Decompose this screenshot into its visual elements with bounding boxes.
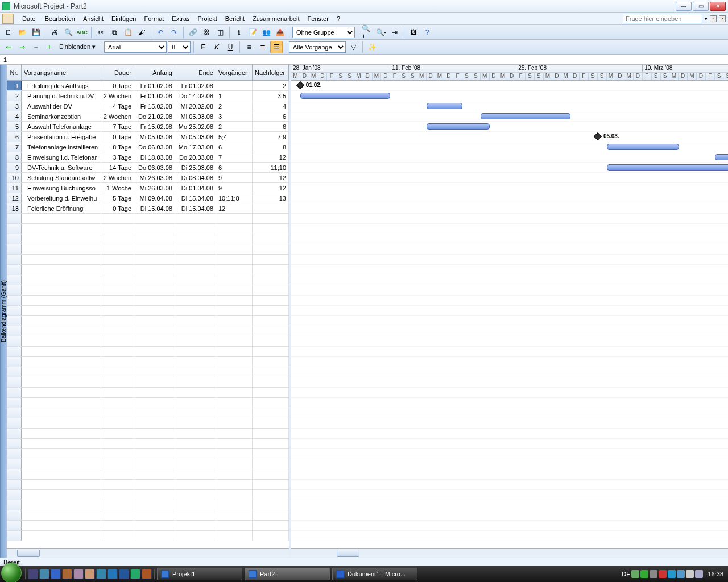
table-row[interactable] bbox=[7, 377, 289, 388]
group-select[interactable]: Ohne Gruppe bbox=[292, 27, 355, 38]
close-button[interactable]: ✕ bbox=[710, 2, 726, 11]
font-size-select[interactable]: 8 bbox=[168, 41, 191, 53]
view-tab-gantt[interactable]: Balkendiagramm (Gantt) bbox=[0, 65, 7, 558]
table-row[interactable] bbox=[7, 490, 289, 500]
link-icon[interactable]: 🔗 bbox=[187, 26, 199, 39]
table-row[interactable]: 9DV-Technik u. Software14 TageDo 06.03.0… bbox=[7, 163, 289, 173]
table-row[interactable] bbox=[7, 408, 289, 418]
clock[interactable]: 16:38 bbox=[708, 571, 723, 577]
gantt-bar[interactable] bbox=[607, 144, 679, 150]
table-row[interactable] bbox=[7, 234, 289, 244]
gantt-bar[interactable] bbox=[427, 103, 462, 109]
col-start[interactable]: Anfang bbox=[134, 65, 175, 80]
table-row[interactable]: 4Seminarkonzeption2 WochenDo 21.02.08Mi … bbox=[7, 111, 289, 122]
table-row[interactable]: 5Auswahl Telefonanlage7 TageFr 15.02.08M… bbox=[7, 122, 289, 132]
info-icon[interactable]: ℹ bbox=[233, 26, 245, 39]
table-row[interactable] bbox=[7, 469, 289, 480]
print-icon[interactable]: 🖨 bbox=[48, 26, 61, 39]
split-icon[interactable]: ◫ bbox=[214, 26, 226, 39]
col-end[interactable]: Ende bbox=[175, 65, 216, 80]
table-row[interactable] bbox=[7, 439, 289, 449]
publish-icon[interactable]: 📤 bbox=[274, 26, 286, 39]
table-row[interactable] bbox=[7, 265, 289, 275]
restore-down-button[interactable]: ▫ bbox=[710, 15, 717, 22]
assign-icon[interactable]: 👥 bbox=[260, 26, 272, 39]
volume-icon[interactable] bbox=[695, 570, 703, 578]
start-orb-icon[interactable] bbox=[1, 563, 22, 582]
autofilter-icon[interactable]: ▽ bbox=[347, 41, 359, 53]
table-row[interactable] bbox=[7, 296, 289, 306]
save-icon[interactable]: 💾 bbox=[30, 26, 42, 39]
table-row[interactable] bbox=[7, 224, 289, 234]
table-row[interactable] bbox=[7, 449, 289, 459]
menu-zusammenarbeit[interactable]: Zusammenarbeit bbox=[249, 14, 304, 23]
ql-icon[interactable] bbox=[119, 569, 129, 579]
language-indicator[interactable]: DE bbox=[622, 571, 630, 577]
table-row[interactable]: 2Planung d.Technik u.DV2 WochenFr 01.02.… bbox=[7, 91, 289, 101]
ql-icon[interactable] bbox=[107, 569, 118, 579]
taskbar-button[interactable]: Dokument1 - Micro... bbox=[332, 568, 417, 580]
menu-extras[interactable]: Extras bbox=[168, 14, 193, 23]
file-menu-icon[interactable] bbox=[2, 14, 14, 24]
tray-icon[interactable] bbox=[650, 570, 657, 578]
col-nr[interactable]: Nr. bbox=[7, 65, 22, 80]
menu-format[interactable]: Format bbox=[140, 14, 168, 23]
gantt-bar[interactable] bbox=[715, 154, 728, 160]
gantt-bar[interactable] bbox=[300, 93, 391, 99]
notes-icon[interactable]: 📝 bbox=[246, 26, 259, 39]
table-row[interactable] bbox=[7, 214, 289, 224]
tray-icon[interactable] bbox=[631, 570, 639, 578]
underline-icon[interactable]: U bbox=[224, 41, 237, 53]
table-row[interactable]: 13Feierliche Eröffnung0 TageDi 15.04.08D… bbox=[7, 203, 289, 214]
redo-icon[interactable]: ↷ bbox=[168, 26, 180, 39]
table-row[interactable] bbox=[7, 459, 289, 469]
tray-icon[interactable] bbox=[677, 570, 685, 578]
menu-fenster[interactable]: Fenster bbox=[304, 14, 333, 23]
menu-bericht[interactable]: Bericht bbox=[221, 14, 249, 23]
ql-icon[interactable] bbox=[39, 569, 49, 579]
outdent-icon[interactable]: − bbox=[30, 41, 42, 53]
gantt-bar[interactable] bbox=[481, 113, 571, 119]
ql-icon[interactable] bbox=[85, 569, 95, 579]
table-row[interactable] bbox=[7, 275, 289, 285]
gantt-hscrollbar[interactable] bbox=[291, 548, 728, 558]
open-icon[interactable]: 📂 bbox=[16, 26, 28, 39]
menu-projekt[interactable]: Projekt bbox=[194, 14, 221, 23]
paste-icon[interactable]: 📋 bbox=[122, 26, 134, 39]
indent-icon[interactable]: + bbox=[43, 41, 56, 53]
wizard-icon[interactable]: ✨ bbox=[366, 41, 378, 53]
menu-?[interactable]: ? bbox=[333, 14, 344, 23]
table-row[interactable]: 1Erteilung des Auftrags0 TageFr 01.02.08… bbox=[7, 81, 289, 91]
table-row[interactable]: 6Präsentation u. Freigabe0 TageMi 05.03.… bbox=[7, 132, 289, 142]
cell-content[interactable]: 1 bbox=[0, 55, 85, 64]
tray-icon[interactable] bbox=[659, 570, 667, 578]
table-row[interactable] bbox=[7, 521, 289, 531]
ql-icon[interactable] bbox=[62, 569, 72, 579]
spellcheck-icon[interactable]: ABC bbox=[76, 26, 88, 39]
table-row[interactable] bbox=[7, 388, 289, 398]
col-pred[interactable]: Vorgänger bbox=[216, 65, 253, 80]
minimize-button[interactable]: — bbox=[676, 2, 692, 11]
cut-icon[interactable]: ✂ bbox=[94, 26, 107, 39]
col-dur[interactable]: Dauer bbox=[101, 65, 134, 80]
italic-icon[interactable]: K bbox=[210, 41, 223, 53]
table-row[interactable] bbox=[7, 531, 289, 541]
table-row[interactable] bbox=[7, 244, 289, 255]
filter-select[interactable]: Alle Vorgänge bbox=[289, 41, 346, 53]
taskbar-button[interactable]: Part2 bbox=[245, 568, 330, 580]
table-row[interactable]: 3Auswahl der DV4 TageFr 15.02.08Mi 20.02… bbox=[7, 101, 289, 111]
align-left-icon[interactable]: ≡ bbox=[243, 41, 255, 53]
ql-icon[interactable] bbox=[28, 569, 38, 579]
milestone-icon[interactable] bbox=[296, 81, 304, 89]
milestone-icon[interactable] bbox=[594, 132, 602, 140]
nav-fwd-icon[interactable]: ⇒ bbox=[16, 41, 28, 53]
zoom-in-icon[interactable]: 🔍+ bbox=[361, 26, 374, 39]
undo-icon[interactable]: ↶ bbox=[154, 26, 167, 39]
maximize-button[interactable]: ▭ bbox=[693, 2, 709, 11]
help-search-input[interactable] bbox=[623, 14, 702, 23]
copy-icon[interactable]: ⧉ bbox=[108, 26, 121, 39]
table-row[interactable] bbox=[7, 510, 289, 521]
menu-ansicht[interactable]: Ansicht bbox=[79, 14, 107, 23]
taskbar-button[interactable]: Projekt1 bbox=[157, 568, 242, 580]
table-row[interactable] bbox=[7, 357, 289, 367]
